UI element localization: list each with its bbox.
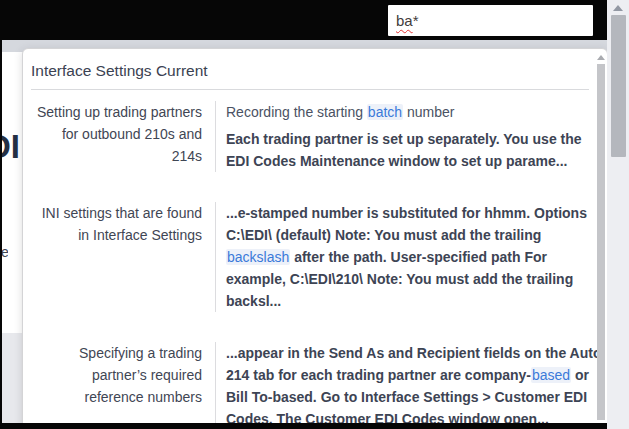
background-sidebar-block [2, 333, 22, 423]
search-input[interactable]: ba* [388, 5, 593, 36]
highlighted-match-term: backslash [226, 249, 290, 265]
search-wildcard-text: * [413, 12, 419, 29]
result-preview[interactable]: ...e-stamped number is substituted for h… [215, 202, 604, 312]
result-topic-link[interactable]: INI settings that are found in Interface… [35, 202, 215, 312]
dropdown-scrollbar-thumb[interactable] [597, 64, 605, 420]
scroll-up-icon[interactable] [613, 5, 623, 11]
dropdown-title: Interface Settings Current [31, 62, 589, 80]
result-preview[interactable]: Recording the starting batch numberEach … [215, 101, 604, 172]
window-left-border [0, 0, 2, 429]
preview-text: ...e-stamped number is substituted for h… [226, 205, 587, 243]
result-row[interactable]: INI settings that are found in Interface… [35, 202, 607, 312]
result-row[interactable]: Setting up trading partners for outbound… [35, 101, 607, 172]
result-topic-link[interactable]: Specifying a trading partner’s required … [35, 342, 215, 429]
highlighted-match-term: based [531, 367, 571, 383]
page-scrollbar[interactable] [607, 0, 629, 429]
search-term-text: ba [396, 12, 413, 29]
highlighted-match-term: batch [367, 104, 403, 120]
result-snippet: ...e-stamped number is substituted for h… [226, 202, 604, 312]
result-preview[interactable]: ...appear in the Send As and Recipient f… [215, 342, 604, 429]
scroll-up-icon[interactable] [597, 55, 605, 60]
background-heading-fragment: DI [2, 130, 21, 174]
search-results-dropdown: Interface Settings Current Setting up tr… [22, 48, 608, 429]
result-row[interactable]: Specifying a trading partner’s required … [35, 342, 607, 429]
result-snippet: ...appear in the Send As and Recipient f… [226, 342, 604, 429]
dropdown-header: Interface Settings Current [23, 49, 607, 89]
page-scrollbar-thumb[interactable] [611, 15, 626, 157]
results-list: Setting up trading partners for outbound… [23, 90, 607, 429]
preview-text: Each trading partner is set up separatel… [226, 131, 582, 169]
window-bottom-border [0, 423, 607, 429]
result-snippet: Each trading partner is set up separatel… [226, 128, 604, 172]
result-title[interactable]: Recording the starting batch number [226, 101, 604, 123]
preview-text: Recording the starting [226, 104, 367, 120]
background-text-fragment: e [1, 244, 8, 260]
preview-text: number [403, 104, 454, 120]
result-topic-link[interactable]: Setting up trading partners for outbound… [35, 101, 215, 172]
dropdown-scrollbar[interactable] [596, 55, 605, 425]
